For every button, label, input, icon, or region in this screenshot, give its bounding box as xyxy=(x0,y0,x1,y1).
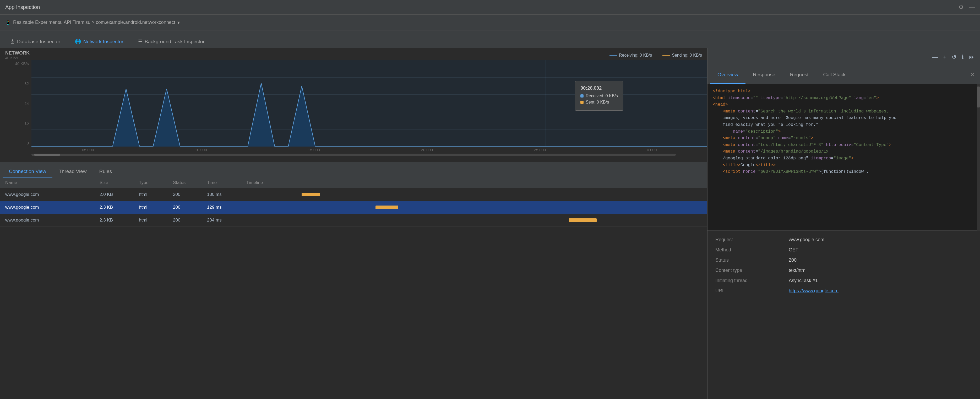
meta-url-value[interactable]: https://www.google.com xyxy=(789,288,838,294)
left-panel: NETWORK 40 KB/s Receiving: 0 KB/s Sendin… xyxy=(0,48,708,399)
code-line: <html itemscope="" itemtype="http://sche… xyxy=(713,95,975,102)
code-line: <meta content="Search the world's inform… xyxy=(713,108,975,115)
code-line: images, videos and more. Google has many… xyxy=(713,115,975,121)
network-graph: NETWORK 40 KB/s Receiving: 0 KB/s Sendin… xyxy=(0,48,707,153)
tab-connection-view[interactable]: Connection View xyxy=(3,166,52,177)
th-timeline[interactable]: Timeline xyxy=(246,180,707,185)
y-label-16: 16 xyxy=(24,121,29,125)
table-row[interactable]: www.google.com 2.0 KB html 200 130 ms xyxy=(0,188,707,201)
y-label-24: 24 xyxy=(24,101,29,105)
scrollbar-thumb[interactable] xyxy=(977,86,980,107)
meta-method: Method GET xyxy=(715,247,972,253)
y-label-40: 40 KB/s xyxy=(15,61,29,66)
th-type[interactable]: Type xyxy=(139,180,173,185)
right-panel: — + ↺ ℹ ⏭ Overview Response Request Call… xyxy=(708,48,980,399)
meta-status: Status 200 xyxy=(715,257,972,263)
tab-rules-label: Rules xyxy=(99,169,112,174)
th-time-label: Time xyxy=(207,180,217,185)
zoom-in-icon[interactable]: + xyxy=(943,54,947,61)
tooltip-received-label: Received: 0 KB/s xyxy=(585,94,618,98)
meta-initiating-thread-label: Initiating thread xyxy=(715,278,789,283)
meta-initiating-thread-value: AsyncTask #1 xyxy=(789,278,818,283)
dropdown-icon[interactable]: ▾ xyxy=(177,20,180,26)
play-icon[interactable]: ⏭ xyxy=(969,54,975,61)
scrollbar-track[interactable] xyxy=(32,154,676,156)
row1-type: html xyxy=(139,192,173,197)
row1-bar xyxy=(302,193,320,196)
code-line: <!doctype html> xyxy=(713,88,975,95)
table-row[interactable]: www.google.com 2.3 KB html 200 204 ms xyxy=(0,214,707,227)
tab-database[interactable]: 🗄 Database Inspector xyxy=(3,36,68,48)
legend-sending: Sending: 0 KB/s xyxy=(662,53,702,57)
code-view: <!doctype html> <html itemscope="" itemt… xyxy=(708,84,980,231)
tab-callstack[interactable]: Call Stack xyxy=(816,66,853,84)
background-icon: ☰ xyxy=(138,38,143,45)
th-time[interactable]: Time xyxy=(207,180,246,185)
tab-background-label: Background Task Inspector xyxy=(145,39,205,45)
tab-response-label: Response xyxy=(753,72,775,78)
x-label-05: 05.000 xyxy=(82,148,94,152)
th-size-label: Size xyxy=(100,180,108,185)
meta-method-value: GET xyxy=(789,247,799,253)
vertical-scrollbar[interactable] xyxy=(977,84,980,231)
tooltip-received-row: Received: 0 KB/s xyxy=(581,94,618,98)
tab-rules[interactable]: Rules xyxy=(93,166,118,177)
row1-status: 200 xyxy=(173,192,207,197)
graph-unit: 40 KB/s xyxy=(5,56,30,60)
th-size[interactable]: Size xyxy=(100,180,139,185)
meta-url-label: URL xyxy=(715,288,789,294)
detail-tabs: Overview Response Request Call Stack xyxy=(710,66,853,84)
row2-type: html xyxy=(139,205,173,210)
row3-type: html xyxy=(139,218,173,223)
zoom-out-icon[interactable]: — xyxy=(932,54,938,61)
row2-size: 2.3 KB xyxy=(100,205,139,210)
detail-tabs-header: Overview Response Request Call Stack ✕ xyxy=(708,66,980,84)
chart-area[interactable]: 00:26.092 Received: 0 KB/s Sent: 0 KB/s xyxy=(32,60,707,147)
meta-initiating-thread: Initiating thread AsyncTask #1 xyxy=(715,278,972,283)
th-name[interactable]: Name xyxy=(0,180,100,185)
row2-timeline xyxy=(246,204,707,211)
code-line: /googleg_standard_color_128dp.png" itemp… xyxy=(713,155,975,162)
tab-thread-view[interactable]: Thread View xyxy=(52,166,93,177)
table-row[interactable]: www.google.com 2.3 KB html 200 129 ms xyxy=(0,201,707,214)
code-line: <meta content="text/html; charset=UTF-8"… xyxy=(713,142,975,148)
row1-name: www.google.com xyxy=(0,192,100,197)
reset-icon[interactable]: ↺ xyxy=(952,54,956,61)
row3-bar xyxy=(569,219,597,222)
info-icon[interactable]: ℹ xyxy=(962,54,964,61)
code-line: <meta content="noodp" name="robots"> xyxy=(713,135,975,142)
scrollbar-thumb[interactable] xyxy=(34,154,60,156)
th-name-label: Name xyxy=(5,180,17,185)
x-label-0: 0.000 xyxy=(647,148,657,152)
minimize-icon[interactable]: — xyxy=(969,4,975,11)
th-status[interactable]: Status xyxy=(173,180,207,185)
x-label-20: 20.000 xyxy=(421,148,433,152)
row1-timeline xyxy=(246,192,707,198)
tab-response[interactable]: Response xyxy=(746,66,783,84)
settings-icon[interactable]: ⚙ xyxy=(959,4,964,11)
tab-request[interactable]: Request xyxy=(783,66,816,84)
tab-request-label: Request xyxy=(790,72,809,78)
th-timeline-label: Timeline xyxy=(246,180,263,185)
meta-content-type: Content type text/html xyxy=(715,268,972,273)
close-button[interactable]: ✕ xyxy=(967,69,977,81)
tab-network[interactable]: 🌐 Network Inspector xyxy=(68,35,131,48)
legend-receiving-line xyxy=(609,55,617,56)
row2-name: www.google.com xyxy=(0,205,100,210)
y-label-32: 32 xyxy=(24,81,29,86)
th-status-label: Status xyxy=(173,180,186,185)
meta-request-value: www.google.com xyxy=(789,237,824,243)
tooltip-sent-row: Sent: 0 KB/s xyxy=(581,100,618,105)
graph-body: 40 KB/s 32 24 16 8 xyxy=(0,60,707,147)
network-icon: 🌐 xyxy=(75,38,81,45)
tooltip-sent-dot xyxy=(581,101,584,104)
meta-content-type-value: text/html xyxy=(789,268,807,273)
tooltip-time: 00:26.092 xyxy=(581,85,618,91)
scrollbar-area[interactable] xyxy=(0,154,707,159)
tab-background[interactable]: ☰ Background Task Inspector xyxy=(131,35,212,48)
tab-overview[interactable]: Overview xyxy=(710,66,746,84)
device-icon: 📱 xyxy=(5,20,11,26)
tab-database-label: Database Inspector xyxy=(17,39,60,45)
tab-callstack-label: Call Stack xyxy=(823,72,846,78)
y-label-8: 8 xyxy=(27,141,29,145)
